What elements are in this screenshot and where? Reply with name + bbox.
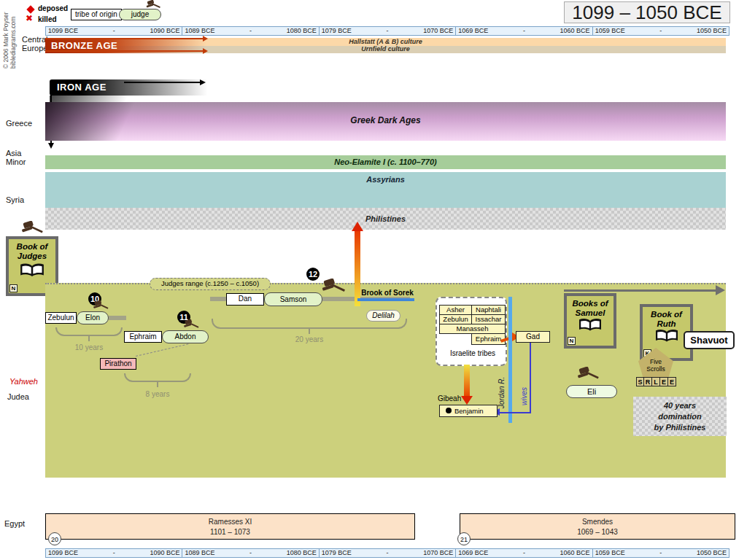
eli-pill: Eli (566, 385, 617, 398)
greece-dark-smudge (45, 102, 191, 141)
judge-pill-elon: Elon (77, 311, 109, 324)
book-title-line: Book of (9, 242, 55, 252)
books-of-samuel: Books of Samuel N (564, 293, 616, 349)
tick-dash: - (113, 549, 115, 557)
benjamin-box: Benjamin (439, 405, 498, 417)
scroll-letter: S (636, 377, 644, 386)
tick-label: 1060 BCE (560, 549, 590, 557)
legend-tribe-box: tribe of origin (71, 9, 122, 20)
region-label-egypt: Egypt (4, 519, 25, 528)
neo-elamite-band: Neo-Elamite I (c. 1100–770) (45, 155, 726, 169)
tick-label: 1060 BCE (560, 27, 590, 35)
gibeah-label: Gibeah (438, 394, 461, 402)
timeline-segment: 1079 BCE - 1070 BCE (319, 549, 455, 557)
timeline-segment: 1069 BCE - 1060 BCE (455, 27, 592, 35)
timeline-segment: 1089 BCE - 1080 BCE (182, 27, 318, 35)
tribe-cell-issachar: Issachar (471, 314, 506, 324)
benjamin-label: Benjamin (454, 407, 484, 415)
tick-label: 1069 BCE (458, 27, 488, 35)
iron-arrowhead-down-icon (48, 143, 54, 149)
iron-age-label: IRON AGE (57, 80, 107, 95)
tribes-caption: Israelite tribes (437, 349, 508, 357)
assyrians-band: Assyrians (45, 172, 726, 208)
timeline-segment: 1079 BCE - 1070 BCE (319, 27, 455, 35)
region-label-judea: Judea (7, 392, 29, 401)
label-line: Asia (6, 149, 26, 158)
samson-arrowhead-icon (352, 222, 363, 231)
tribe-cell-naphtali: Naphtali (471, 305, 506, 315)
shavuot-box: Shavuot (684, 331, 735, 349)
gavel-icon (319, 279, 348, 298)
num-circle-21: 21 (457, 532, 471, 545)
tick-label: 1089 BCE (185, 549, 214, 557)
scroll-letter: L (652, 377, 660, 386)
tick-label: 1099 BCE (48, 27, 78, 35)
pirathon-box: Pirathon (100, 358, 136, 370)
bronze-arrow-bottom (45, 50, 203, 52)
timeline-bottom: 1099 BCE - 1090 BCE 1089 BCE - 1080 BCE … (45, 548, 729, 558)
copyright-line1: © 2006 Mark Poyser (2, 3, 9, 69)
timeline-segment: 1069 BCE - 1060 BCE (455, 549, 592, 557)
tick-dash: - (113, 27, 115, 35)
deposed-diamond-icon (26, 5, 34, 13)
tribe-cell-asher: Asher (439, 305, 472, 315)
tick-dash: - (523, 549, 525, 557)
domination-box: 40 years domination by Philistines (633, 397, 727, 436)
tick-label: 1090 BCE (150, 27, 179, 35)
bronze-arrowhead-icon (203, 48, 208, 54)
tick-label: 1079 BCE (322, 27, 352, 35)
pharaoh-box-smendes: Smendes 1069 – 1043 (460, 513, 735, 540)
yahweh-label: Yahweh (9, 377, 38, 386)
open-book-icon (654, 329, 679, 343)
tick-label: 1050 BCE (697, 27, 727, 35)
timeline-segment: 1059 BCE - 1050 BCE (592, 27, 729, 35)
domination-line: 40 years (633, 400, 727, 411)
open-book-icon (19, 262, 45, 278)
scroll-letter: R (644, 377, 652, 386)
scroll-letter: E (668, 377, 676, 386)
tribe-cell-zebulun: Zebulun (439, 314, 472, 324)
samuel-arrowhead-icon (716, 285, 725, 295)
copyright-line2: biblediagrams.com (9, 3, 17, 69)
timeline-segment: 1059 BCE - 1050 BCE (592, 549, 729, 557)
tick-label: 1059 BCE (595, 27, 625, 35)
region-label-central-europe: Central Europe (22, 35, 47, 52)
greece-band: Greek Dark Ages (45, 102, 726, 141)
pharaoh-name: Ramesses XI (46, 517, 414, 527)
reign-bar (109, 316, 126, 320)
tick-dash: - (249, 27, 252, 35)
judge-pill-abdon: Abdon (162, 330, 209, 343)
philistines-band: Philistines (45, 208, 726, 230)
bronze-arrowhead-icon (203, 36, 208, 42)
legend-deposed-label: deposed (38, 4, 68, 12)
israelite-tribes-panel: Asher Naphtali Zebulun Issachar Manasseh… (436, 297, 507, 366)
pharaoh-name: Smendes (460, 517, 735, 527)
region-label-syria: Syria (6, 195, 24, 204)
wives-label: wives (520, 370, 528, 405)
timeline-segment: 1099 BCE - 1090 BCE (46, 27, 182, 35)
brace (55, 327, 123, 336)
gavel-icon (573, 367, 603, 384)
scroll-letter: E (660, 377, 668, 386)
tick-label: 1080 BCE (287, 549, 317, 557)
delilah-pill: Delilah (366, 310, 400, 322)
book-title-line: Ruth (643, 319, 690, 329)
killed-x-icon: ✖ (26, 14, 33, 23)
pharaoh-years: 1069 – 1043 (460, 527, 735, 537)
tick-dash: - (249, 549, 252, 557)
tick-label: 1070 BCE (423, 27, 453, 35)
label-line: Europe (22, 44, 47, 52)
label-line: Central (22, 35, 47, 44)
tribe-cell-manasseh: Manasseh (439, 324, 506, 334)
pharaoh-box-ramesses: Ramesses XI 1101 – 1073 (45, 513, 415, 540)
tick-label: 1079 BCE (322, 549, 352, 557)
book-title-line: Judges (9, 252, 55, 261)
brace (124, 373, 191, 382)
brook-of-sorek-label: Brook of Sorek (359, 289, 416, 297)
benjamin-arrow-shaft (464, 365, 470, 396)
timeline-diagram: © 2006 Mark Poyser biblediagrams.com dep… (0, 0, 747, 560)
open-book-icon (578, 318, 603, 332)
tick-dash: - (659, 549, 662, 557)
badge-n: N (568, 337, 576, 345)
tribe-box-ephraim: Ephraim (124, 331, 162, 343)
